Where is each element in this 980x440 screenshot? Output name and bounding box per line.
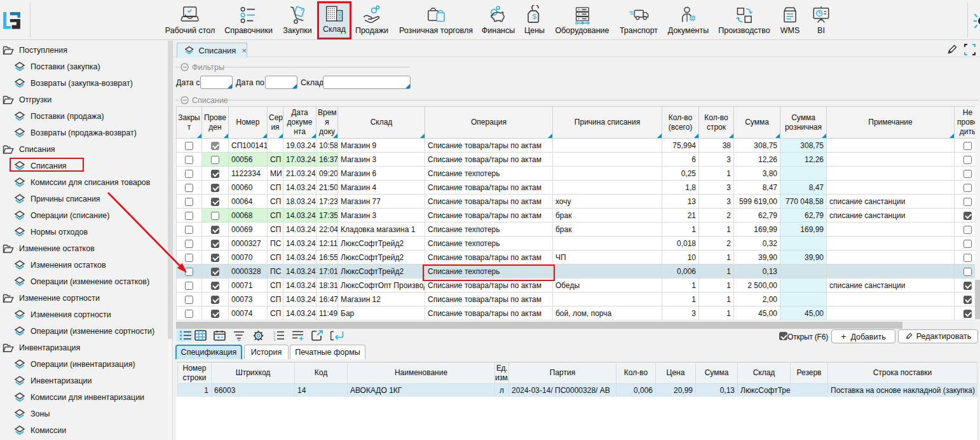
- svg-text:3: 3: [273, 338, 276, 341]
- svg-text:$: $: [533, 12, 537, 20]
